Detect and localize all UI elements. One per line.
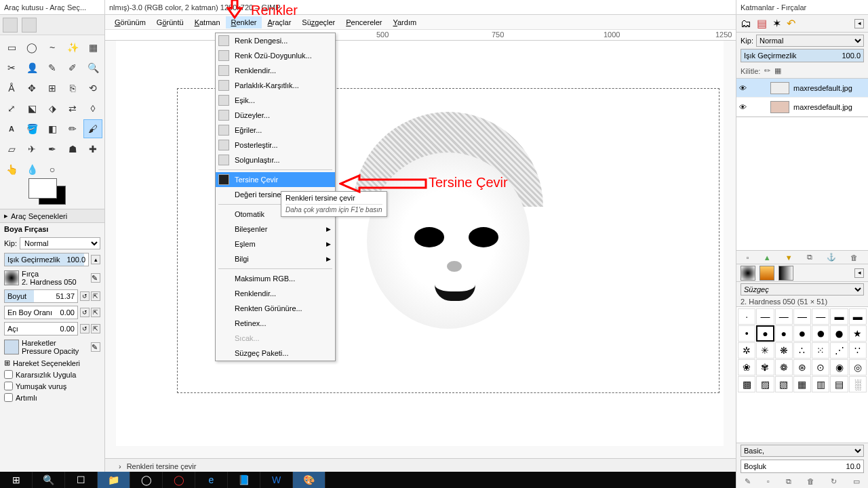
mi-color-balance[interactable]: Renk Dengesi...: [216, 33, 335, 48]
brush-item[interactable]: ▤: [830, 376, 848, 392]
brush-refresh-icon[interactable]: ↻: [831, 477, 837, 486]
brush-del-icon[interactable]: 🗑: [807, 477, 814, 485]
task-gimp[interactable]: 🎨: [293, 472, 326, 488]
tool-ink[interactable]: ✒: [43, 140, 62, 159]
brush-item[interactable]: ▨: [756, 376, 774, 392]
brush-item[interactable]: ▩: [738, 376, 755, 392]
task-chrome[interactable]: ◯: [130, 472, 163, 488]
brush-filter-select[interactable]: Süzgeç: [741, 283, 864, 296]
menu-help[interactable]: Yardım: [387, 16, 422, 28]
brush-item[interactable]: —: [793, 308, 811, 325]
mi-info[interactable]: Bilgi▶: [216, 251, 335, 266]
tab-layers-icon[interactable]: 🗂: [741, 18, 751, 30]
tool-blend[interactable]: ◧: [43, 119, 62, 138]
mi-desaturate[interactable]: Solgunlaştır...: [216, 152, 335, 167]
tab-brushes-icon[interactable]: [741, 266, 755, 281]
layer-delete-icon[interactable]: 🗑: [850, 253, 858, 262]
brush-item[interactable]: ★: [849, 325, 867, 342]
brush-item[interactable]: ●: [775, 325, 793, 342]
ratio-slider[interactable]: En Boy Oranı0.00: [4, 306, 78, 319]
angle-reset-icon[interactable]: ↺: [80, 324, 90, 333]
brush-item[interactable]: ·: [738, 308, 755, 325]
brush-item[interactable]: ⋰: [830, 342, 848, 359]
brush-item[interactable]: ●: [793, 325, 811, 342]
tool-color-select[interactable]: ▦: [83, 38, 102, 57]
tool-crop[interactable]: ⎘: [63, 79, 82, 98]
brush-new-icon[interactable]: ▫: [767, 477, 770, 485]
tool-shear[interactable]: ⬕: [22, 99, 41, 118]
tool-paths[interactable]: ✎: [43, 58, 62, 77]
tool-align[interactable]: ⊞: [43, 79, 62, 98]
brush-item[interactable]: ✾: [756, 359, 774, 375]
brush-item[interactable]: ░: [849, 376, 867, 392]
tool-fuzzy-select[interactable]: ✨: [63, 38, 82, 57]
task-view[interactable]: ☐: [65, 472, 98, 488]
opacity-slider[interactable]: Işık Geçirmezlik100.0: [4, 253, 89, 266]
tool-foreground[interactable]: 👤: [22, 58, 41, 77]
task-ie[interactable]: e: [195, 472, 228, 488]
tool-airbrush[interactable]: ✈: [22, 140, 41, 159]
brush-item[interactable]: ⊛: [793, 359, 811, 375]
tool-heal[interactable]: ✚: [83, 140, 102, 159]
task-opera[interactable]: ◯: [163, 472, 195, 488]
brush-item[interactable]: ∵: [849, 342, 867, 359]
chk-incremental[interactable]: [4, 393, 13, 402]
angle-link-icon[interactable]: ⇱: [91, 324, 100, 333]
mi-posterize[interactable]: Posterleştir...: [216, 138, 335, 152]
tab-patterns-icon[interactable]: [760, 266, 774, 281]
brush-edit-icon[interactable]: ✎: [745, 477, 751, 486]
layer-new-icon[interactable]: ▫: [747, 253, 749, 262]
brush-item[interactable]: ●: [756, 325, 774, 342]
mi-components[interactable]: Bileşenler▶: [216, 222, 335, 237]
tool-cage[interactable]: ◊: [83, 99, 102, 118]
mi-colorize[interactable]: Renklendir...: [216, 63, 335, 78]
mi-curves[interactable]: Eğriler...: [216, 123, 335, 138]
mi-map[interactable]: Eşlem▶: [216, 237, 335, 251]
brush-item[interactable]: ❁: [775, 359, 793, 375]
brush-item[interactable]: —: [775, 308, 793, 325]
brush-item[interactable]: ✲: [738, 342, 755, 359]
lock-pixels-icon[interactable]: ✏: [764, 66, 770, 75]
brush-item[interactable]: —: [756, 308, 774, 325]
tool-text[interactable]: A: [2, 119, 21, 138]
tab-channels-icon[interactable]: ▤: [757, 17, 767, 30]
menu-view[interactable]: GGörünümörünüm: [109, 16, 151, 28]
mi-levels[interactable]: Düzeyler...: [216, 108, 335, 123]
task-explorer[interactable]: 📁: [98, 472, 130, 488]
brush-item[interactable]: ●: [830, 325, 848, 342]
layer-opacity-slider[interactable]: Işık Geçirmezlik100.0: [741, 49, 864, 62]
tool-clone[interactable]: ☗: [63, 140, 82, 159]
chk-jitter[interactable]: [4, 370, 13, 379]
lock-alpha-icon[interactable]: ▦: [774, 66, 781, 75]
mi-invert[interactable]: Tersine Çevir: [216, 172, 335, 187]
mi-filter-pack[interactable]: Süzgeç Paketi...: [216, 346, 335, 361]
brush-item[interactable]: ◎: [849, 359, 867, 375]
opacity-spin[interactable]: ▴: [91, 255, 100, 264]
tool-smudge[interactable]: 👆: [2, 160, 21, 179]
brush-open-icon[interactable]: ▭: [853, 477, 860, 486]
layer-down-icon[interactable]: ▼: [785, 253, 793, 262]
canvas[interactable]: [116, 41, 724, 446]
brush-item[interactable]: ▦: [793, 376, 811, 392]
layer-anchor-icon[interactable]: ⚓: [827, 253, 836, 262]
brush-item[interactable]: ▧: [775, 376, 793, 392]
brush-item[interactable]: ⊙: [812, 359, 829, 375]
brush-item[interactable]: ✳: [756, 342, 774, 359]
brush-edit-icon[interactable]: ✎: [91, 273, 100, 283]
tool-free-select[interactable]: ~: [43, 38, 62, 57]
eye-icon[interactable]: 👁: [739, 84, 749, 92]
tab-undo-icon[interactable]: ↶: [787, 17, 795, 30]
ratio-reset-icon[interactable]: ↺: [80, 308, 90, 317]
tab-gradients-icon[interactable]: [778, 266, 793, 281]
tool-rotate[interactable]: ⟲: [83, 79, 102, 98]
dynamics-icon[interactable]: [4, 340, 19, 354]
tool-scale[interactable]: ⤢: [2, 99, 21, 118]
tool-dodge[interactable]: ○: [43, 160, 62, 179]
brush-item[interactable]: —: [812, 308, 829, 325]
dyn-options-expand[interactable]: ⊞ Hareket Seçenekleri: [0, 357, 104, 369]
ratio-link-icon[interactable]: ⇱: [91, 308, 100, 317]
tool-flip[interactable]: ⇄: [63, 99, 82, 118]
brush-thumb[interactable]: [4, 270, 19, 285]
tool-perspective[interactable]: ⬗: [43, 99, 62, 118]
tool-blur[interactable]: 💧: [22, 160, 41, 179]
